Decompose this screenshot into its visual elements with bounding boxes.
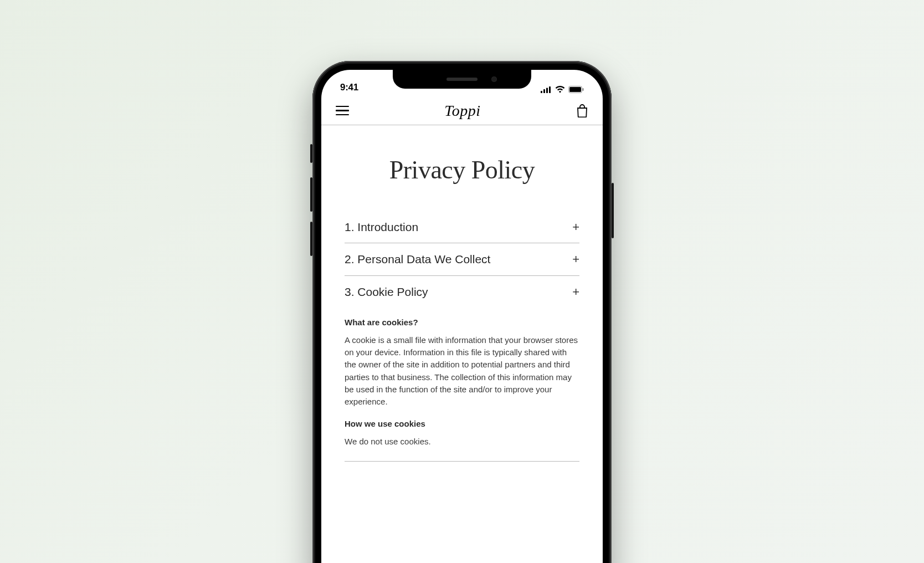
accordion-toggle-personal-data[interactable]: 2. Personal Data We Collect + [345, 243, 579, 275]
wifi-icon [555, 86, 565, 93]
svg-rect-5 [569, 87, 581, 92]
svg-rect-3 [549, 86, 551, 93]
accordion-toggle-introduction[interactable]: 1. Introduction + [345, 211, 579, 243]
svg-rect-6 [583, 88, 584, 91]
front-camera [491, 76, 497, 82]
accordion-item-cookie-policy: 3. Cookie Policy + What are cookies? A c… [345, 276, 579, 462]
battery-icon [568, 86, 584, 93]
accordion-label: 2. Personal Data We Collect [345, 252, 504, 267]
phone-frame: 9:41 [312, 61, 612, 563]
status-indicators [541, 86, 584, 93]
status-time: 9:41 [340, 82, 358, 93]
phone-mockup: 9:41 [312, 61, 612, 563]
accordion-toggle-cookie-policy[interactable]: 3. Cookie Policy + [345, 276, 579, 308]
speaker-grille [446, 78, 478, 81]
shopping-bag-icon[interactable] [576, 104, 588, 117]
plus-icon: + [572, 286, 579, 298]
cookie-subheading-how: How we use cookies [345, 418, 579, 430]
svg-rect-1 [543, 89, 545, 93]
screen: 9:41 [321, 70, 603, 563]
logo[interactable]: Toppi [444, 102, 480, 120]
svg-rect-2 [546, 88, 548, 93]
app-header: Toppi [321, 96, 603, 125]
cookie-subheading-what: What are cookies? [345, 316, 579, 329]
accordion-label: 1. Introduction [345, 220, 432, 234]
accordion-label: 3. Cookie Policy [345, 285, 442, 299]
cookie-paragraph-what: A cookie is a small file with informatio… [345, 334, 579, 408]
menu-icon[interactable] [336, 106, 349, 116]
power-button [612, 183, 614, 238]
plus-icon: + [572, 253, 579, 265]
accordion-item-personal-data: 2. Personal Data We Collect + [345, 243, 579, 275]
plus-icon: + [572, 221, 579, 233]
notch [393, 70, 531, 89]
cookie-paragraph-how: We do not use cookies. [345, 436, 579, 448]
page-content: Privacy Policy 1. Introduction + 2. Pers… [321, 125, 603, 563]
cellular-icon [541, 86, 552, 93]
svg-rect-0 [541, 91, 542, 93]
page-title: Privacy Policy [345, 155, 579, 185]
accordion-body-cookie-policy: What are cookies? A cookie is a small fi… [345, 308, 579, 462]
accordion-item-introduction: 1. Introduction + [345, 211, 579, 243]
